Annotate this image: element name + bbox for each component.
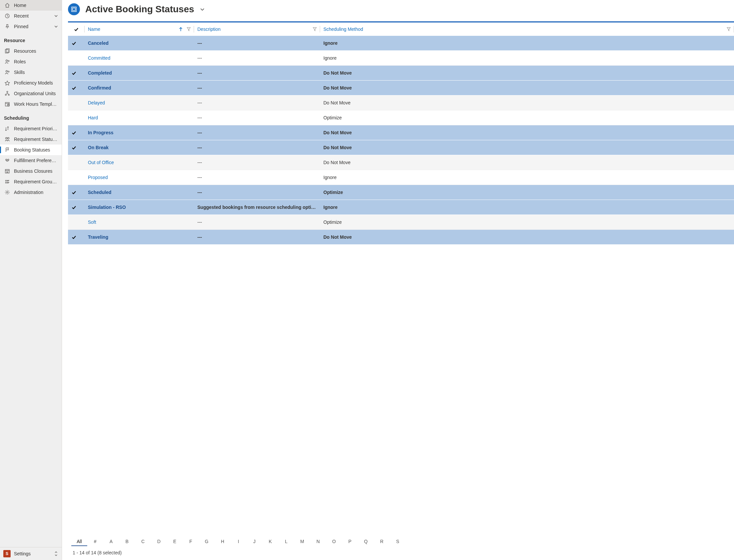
record-link[interactable]: Traveling: [88, 234, 108, 240]
jump-letter[interactable]: P: [342, 537, 358, 546]
column-header-name[interactable]: Name: [85, 23, 194, 36]
jump-letter[interactable]: D: [151, 537, 167, 546]
nav-recent[interactable]: Recent: [0, 11, 62, 21]
jump-letter[interactable]: F: [183, 537, 199, 546]
table-row[interactable]: Completed---Do Not Move: [68, 66, 734, 81]
table-row[interactable]: Soft---Optimize: [68, 215, 734, 230]
record-link[interactable]: Confirmed: [88, 85, 111, 91]
jump-letter[interactable]: G: [199, 537, 214, 546]
record-link[interactable]: Completed: [88, 70, 112, 76]
cell-scheduling-method: Optimize: [320, 185, 734, 200]
record-link[interactable]: Delayed: [88, 100, 105, 105]
jump-letter[interactable]: M: [294, 537, 310, 546]
jump-letter[interactable]: B: [119, 537, 135, 546]
column-select-all[interactable]: [68, 23, 85, 36]
table-row[interactable]: Traveling---Do Not Move: [68, 230, 734, 245]
nav-item[interactable]: Organizational Units: [0, 88, 62, 99]
svg-point-19: [5, 182, 6, 183]
row-selector[interactable]: [68, 230, 85, 245]
row-selector[interactable]: [68, 215, 85, 230]
cell-name: On Break: [85, 140, 194, 155]
filter-icon[interactable]: [187, 27, 191, 31]
record-link[interactable]: Proposed: [88, 175, 108, 180]
table-row[interactable]: Scheduled---Optimize: [68, 185, 734, 200]
nav-item[interactable]: Fulfillment Preferences: [0, 155, 62, 166]
record-link[interactable]: On Break: [88, 145, 108, 150]
record-link[interactable]: Hard: [88, 115, 98, 120]
row-selector[interactable]: [68, 125, 85, 140]
jump-letter[interactable]: S: [390, 537, 406, 546]
nav-item[interactable]: Administration: [0, 187, 62, 198]
table-row[interactable]: Simulation - RSOSuggested bookings from …: [68, 200, 734, 215]
column-header-description[interactable]: Description: [194, 23, 320, 36]
jump-letter[interactable]: K: [262, 537, 278, 546]
jump-letter[interactable]: C: [135, 537, 151, 546]
nav-home[interactable]: Home: [0, 0, 62, 11]
jump-letter[interactable]: I: [230, 537, 246, 546]
row-selector[interactable]: [68, 36, 85, 51]
jump-letter[interactable]: Q: [358, 537, 374, 546]
record-link[interactable]: Committed: [88, 55, 110, 61]
jump-letter[interactable]: J: [246, 537, 262, 546]
record-link[interactable]: Soft: [88, 219, 96, 225]
jump-letter[interactable]: R: [374, 537, 390, 546]
nav-item[interactable]: Requirement Statuses: [0, 134, 62, 145]
filter-icon[interactable]: [727, 27, 731, 31]
nav-item[interactable]: Roles: [0, 56, 62, 67]
cell-description: ---: [194, 51, 320, 66]
view-selector-chevron[interactable]: [199, 6, 205, 12]
record-link[interactable]: Simulation - RSO: [88, 205, 126, 210]
row-selector[interactable]: [68, 81, 85, 95]
row-selector[interactable]: [68, 140, 85, 155]
nav-item[interactable]: Requirement Priorities: [0, 123, 62, 134]
record-link[interactable]: Scheduled: [88, 190, 111, 195]
nav-item[interactable]: Resources: [0, 46, 62, 56]
sidebar: HomeRecentPinned ResourceResourcesRolesS…: [0, 0, 62, 560]
record-link[interactable]: In Progress: [88, 130, 113, 135]
table-row[interactable]: Committed---Ignore: [68, 51, 734, 66]
filter-icon[interactable]: [313, 27, 317, 31]
jump-letter[interactable]: #: [87, 537, 103, 546]
svg-point-4: [8, 60, 9, 62]
row-selector[interactable]: [68, 95, 85, 110]
table-row[interactable]: Hard---Optimize: [68, 110, 734, 125]
row-selector[interactable]: [68, 155, 85, 170]
nav-item[interactable]: Requirement Group ...: [0, 176, 62, 187]
jump-letter[interactable]: E: [167, 537, 183, 546]
table-row[interactable]: On Break---Do Not Move: [68, 140, 734, 155]
nav-pinned[interactable]: Pinned: [0, 21, 62, 32]
area-switcher[interactable]: S Settings: [0, 547, 62, 560]
jump-letter[interactable]: O: [326, 537, 342, 546]
cell-scheduling-method: Ignore: [320, 36, 734, 51]
pin-icon: [5, 24, 10, 29]
record-link[interactable]: Canceled: [88, 40, 108, 46]
row-selector[interactable]: [68, 66, 85, 81]
nav-item[interactable]: Booking Statuses: [0, 145, 62, 155]
row-selector[interactable]: [68, 170, 85, 185]
jump-letter[interactable]: N: [310, 537, 326, 546]
table-row[interactable]: In Progress---Do Not Move: [68, 125, 734, 140]
nav-item[interactable]: Proficiency Models: [0, 78, 62, 88]
table-row[interactable]: Confirmed---Do Not Move: [68, 81, 734, 95]
row-selector[interactable]: [68, 110, 85, 125]
jump-letter[interactable]: H: [214, 537, 230, 546]
table-row[interactable]: Out of Office---Do Not Move: [68, 155, 734, 170]
nav-item[interactable]: Business Closures: [0, 166, 62, 176]
nav-item[interactable]: Work Hours Templates: [0, 99, 62, 109]
table-row[interactable]: Canceled---Ignore: [68, 36, 734, 51]
table-row[interactable]: Delayed---Do Not Move: [68, 95, 734, 110]
nav-item[interactable]: Skills: [0, 67, 62, 78]
jump-letter[interactable]: All: [71, 537, 87, 546]
row-selector[interactable]: [68, 200, 85, 215]
row-selector[interactable]: [68, 185, 85, 200]
record-link[interactable]: Out of Office: [88, 160, 114, 165]
jump-letter[interactable]: L: [278, 537, 294, 546]
row-selector[interactable]: [68, 51, 85, 66]
column-header-scheduling-method[interactable]: Scheduling Method: [320, 23, 734, 36]
nav-label: Organizational Units: [14, 91, 58, 96]
gear-icon: [5, 190, 10, 195]
section-header: Resource: [0, 32, 62, 46]
table-row[interactable]: Proposed---Ignore: [68, 170, 734, 185]
jump-letter[interactable]: A: [103, 537, 119, 546]
cell-scheduling-method: Do Not Move: [320, 81, 734, 95]
